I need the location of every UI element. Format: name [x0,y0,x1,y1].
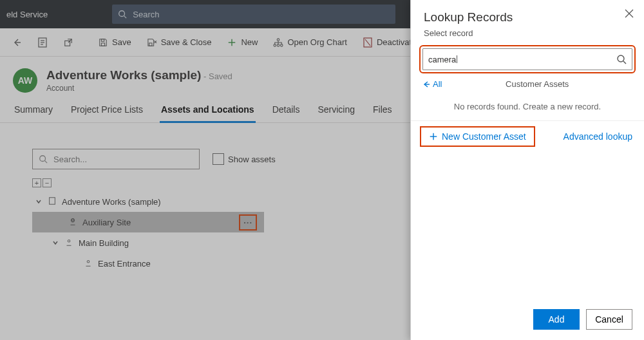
panel-close-button[interactable] [625,9,634,20]
tab-summary[interactable]: Summary [13,98,54,122]
tree-row-root[interactable]: Adventure Works (sample) [32,191,264,212]
svg-point-16 [278,44,280,46]
lookup-search-value: camera [428,55,456,64]
tree-row-label: East Entrance [98,259,151,269]
svg-rect-10 [101,39,104,41]
tab-project-price-lists[interactable]: Project Price Lists [70,98,144,122]
svg-point-32 [618,55,624,62]
record-saved-indicator: - Saved [204,71,232,81]
svg-rect-9 [101,42,104,45]
cancel-button[interactable]: Cancel [586,309,632,330]
svg-point-29 [87,260,90,263]
svg-point-15 [274,44,276,46]
save-close-icon [147,37,157,48]
show-assets-label: Show assets [228,155,276,164]
svg-line-21 [45,161,48,164]
show-assets-toggle[interactable]: Show assets [213,153,276,165]
tree-search[interactable] [32,149,200,169]
no-records-message: No records found. Create a new record. [411,93,644,121]
popout-icon [63,37,73,48]
new-label: New [241,37,258,47]
location-icon [64,238,73,249]
popout-button[interactable] [57,33,80,52]
save-icon [98,37,108,48]
panel-subtitle: Select record [424,28,631,38]
chevron-down-icon [35,197,43,207]
svg-point-0 [119,11,125,17]
save-button[interactable]: Save [91,33,138,52]
panel-title: Lookup Records [424,10,631,24]
tab-files[interactable]: Files [372,98,393,122]
svg-line-1 [124,16,127,19]
new-link-label: New Customer Asset [442,131,526,142]
panel-footer: Add Cancel [411,301,644,340]
svg-line-33 [623,61,626,64]
record-entity-label: Account [46,84,232,93]
back-button[interactable] [5,33,28,52]
location-icon [68,217,77,228]
text-caret [457,55,457,63]
save-close-button[interactable]: Save & Close [140,33,218,52]
search-icon [117,9,128,19]
tree-row-label: Main Building [79,238,129,248]
lookup-section-label: Customer Assets [442,79,632,89]
lookup-search[interactable]: camera [422,48,632,70]
tab-assets-and-locations[interactable]: Assets and Locations [160,98,256,122]
open-org-chart-label: Open Org Chart [287,37,347,47]
tab-details[interactable]: Details [271,98,301,122]
new-button[interactable]: New [220,33,264,52]
add-button[interactable]: Add [533,309,580,330]
svg-rect-11 [149,42,151,45]
back-all-label: All [433,79,442,89]
checkbox-icon [213,153,224,165]
tree-row-auxiliary-site[interactable]: Auxiliary Site ··· [32,212,264,232]
svg-point-17 [281,44,283,46]
deactivate-icon [363,37,373,48]
location-icon [84,258,93,269]
advanced-lookup-link[interactable]: Advanced lookup [564,131,632,142]
save-label: Save [112,37,131,47]
svg-point-28 [68,240,70,242]
new-customer-asset-link[interactable]: New Customer Asset [422,129,533,144]
record-title: Adventure Works (sample) [46,68,201,82]
lookup-back-all[interactable]: All [422,79,442,89]
account-avatar: AW [13,68,37,93]
building-icon [48,196,57,207]
org-chart-icon [273,37,283,48]
app-name: eld Service [6,10,48,19]
expand-all-button[interactable]: + [32,178,41,187]
open-org-chart-button[interactable]: Open Org Chart [267,33,354,52]
save-close-label: Save & Close [161,37,212,47]
arrow-left-icon [12,37,22,48]
global-search[interactable] [112,5,395,24]
collapse-all-button[interactable]: − [43,178,52,187]
search-icon [38,154,48,164]
plus-icon [227,37,237,48]
tree-row-more-button[interactable]: ··· [241,216,255,229]
location-tree: Adventure Works (sample) Auxiliary Site … [32,191,264,274]
svg-rect-22 [50,197,55,204]
chevron-down-icon [52,238,59,248]
tree-search-input[interactable] [52,154,194,165]
tab-servicing[interactable]: Servicing [316,98,356,122]
svg-point-20 [40,156,46,162]
tree-row-label: Adventure Works (sample) [62,197,161,207]
page-icon [37,37,48,48]
search-icon [616,54,627,64]
svg-line-19 [365,39,370,46]
tree-row-label: Auxiliary Site [82,218,131,227]
notes-button[interactable] [31,33,54,52]
tree-row-main-building[interactable]: Main Building [32,232,264,253]
global-search-input[interactable] [131,9,390,20]
svg-point-14 [278,38,280,41]
lookup-panel: Lookup Records Select record camera All … [410,0,644,340]
tree-row-east-entrance[interactable]: East Entrance [32,253,264,274]
